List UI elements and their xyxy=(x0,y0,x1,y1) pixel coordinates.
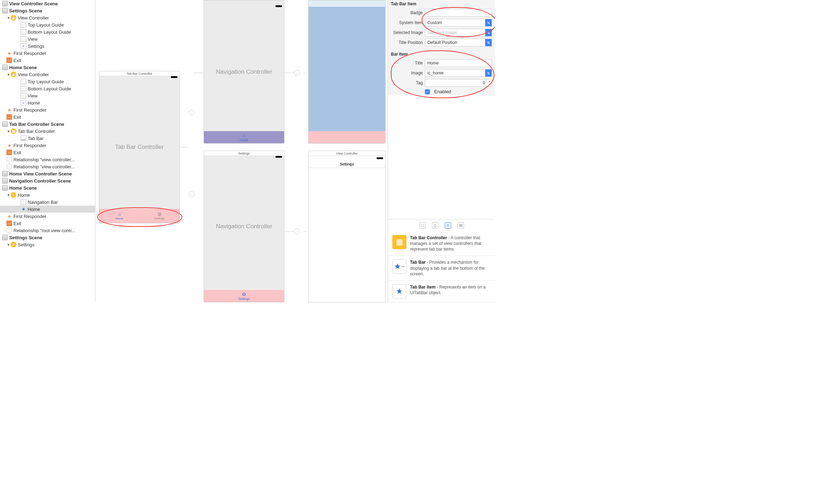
tree-item[interactable]: →Exit xyxy=(0,220,95,227)
disclosure-icon: ▼ xyxy=(6,193,11,197)
scene-header-homevc[interactable]: Home View Controller Scene xyxy=(0,170,95,177)
scene-label: Navigation Controller xyxy=(204,68,284,75)
library-item[interactable]: ▦ Tab Bar Controller - A controller that… xyxy=(388,231,495,256)
tree-item[interactable]: View xyxy=(0,35,95,43)
view-icon xyxy=(21,93,26,99)
scene-header-home[interactable]: Home Scene xyxy=(0,64,95,71)
segue-connector[interactable]: ⟋ xyxy=(189,191,194,197)
scene-header-settings2[interactable]: Settings Scene xyxy=(0,234,95,241)
tree-item[interactable]: Navigation Bar xyxy=(0,198,95,206)
checkbox-label: Enabled xyxy=(434,89,451,94)
scene-vc-home[interactable]: Home xyxy=(308,0,386,144)
label: View Controller xyxy=(18,15,49,21)
segue-connector[interactable]: ⟋ xyxy=(294,229,300,234)
tree-item[interactable]: ▼▦Tab Bar Controller xyxy=(0,128,95,135)
arrow-icon: → xyxy=(302,70,307,76)
tab-home[interactable]: ⌂Home xyxy=(99,209,139,223)
tree-item[interactable]: ▼<Home xyxy=(0,191,95,198)
value: ic_home xyxy=(427,71,443,75)
tab-bar[interactable]: ⌂Home ⚙Settings xyxy=(99,209,179,223)
title: Tab Bar xyxy=(410,260,426,265)
label: Relationship "view controller... xyxy=(13,157,75,162)
nav-icon: < xyxy=(11,192,16,198)
arrow-icon: → xyxy=(302,229,307,234)
segue-connector[interactable]: ⟋ xyxy=(294,70,300,76)
tree-item[interactable]: →Exit xyxy=(0,113,95,121)
scene-header-settings[interactable]: Settings Scene xyxy=(0,7,95,14)
enabled-checkbox[interactable]: ✓ xyxy=(425,89,430,94)
field-label: Badge xyxy=(391,10,423,15)
chevron-updown-icon: ⇅ xyxy=(485,19,492,26)
storyboard-canvas[interactable]: Tab Bar Controller Tab Bar Controller ⌂H… xyxy=(95,0,388,302)
library-item-text: Tab Bar Controller - A controller that m… xyxy=(410,235,491,252)
tree-item[interactable]: Relationship "view controller... xyxy=(0,156,95,163)
tree-item[interactable]: ▼◉View Controller xyxy=(0,71,95,78)
scene-header-nav[interactable]: Navigation Controller Scene xyxy=(0,177,95,184)
guide-icon xyxy=(21,79,26,84)
tree-item[interactable]: ▼<Settings xyxy=(0,241,95,248)
disclosure-icon: ▼ xyxy=(6,129,11,133)
tree-item[interactable]: ◈First Responder xyxy=(0,142,95,149)
scene-header-tabbar[interactable]: Tab Bar Controller Scene xyxy=(0,121,95,128)
library-tab-object[interactable]: ◎ xyxy=(445,222,451,229)
disclosure-icon: ▼ xyxy=(6,243,11,247)
library-item[interactable]: ★ Tab Bar Item - Represents an item on a… xyxy=(388,281,495,302)
scene-header-vc[interactable]: View Controller Scene xyxy=(0,0,95,7)
tree-item[interactable]: Tab Bar xyxy=(0,135,95,142)
segue-connector[interactable]: ⟋ xyxy=(189,110,194,116)
tree-item[interactable]: Bottom Layout Guide xyxy=(0,85,95,92)
library-tab-file[interactable]: ▢ xyxy=(419,222,426,229)
scene-icon xyxy=(2,8,8,13)
tree-item[interactable]: ◈First Responder xyxy=(0,106,95,113)
tree-item[interactable]: ◈First Responder xyxy=(0,50,95,57)
field-label: Tag xyxy=(391,80,423,85)
stepper-buttons[interactable]: ▴▾ xyxy=(487,79,492,86)
scene-nav-controller-top[interactable]: Navigation Controller ⌂Home xyxy=(204,0,284,144)
tag-stepper[interactable]: 0▴▾ xyxy=(425,79,492,87)
segue-icon xyxy=(6,164,12,169)
field-label: Image xyxy=(391,71,423,75)
title-position-select[interactable]: Default Position⇅ xyxy=(425,39,492,46)
tree-item[interactable]: Top Layout Guide xyxy=(0,78,95,85)
label: Exit xyxy=(13,150,21,155)
tree-item[interactable]: ◈First Responder xyxy=(0,213,95,220)
content-view xyxy=(309,7,385,131)
label: Home xyxy=(28,100,40,106)
tree-item[interactable]: Top Layout Guide xyxy=(0,21,95,28)
image-select[interactable]: ic_home⇅ xyxy=(425,69,492,77)
scene-icon xyxy=(2,1,8,6)
system-item-select[interactable]: Custom⇅ xyxy=(425,19,492,27)
badge-input[interactable] xyxy=(425,9,492,17)
library-tab-code[interactable]: {} xyxy=(432,222,438,229)
tree-item-selected[interactable]: ★Home xyxy=(0,206,95,213)
tree-item[interactable]: View xyxy=(0,92,95,99)
object-library[interactable]: ▦ Tab Bar Controller - A controller that… xyxy=(388,231,495,302)
scene-icon xyxy=(2,171,8,177)
scene-header-home2[interactable]: Home Scene xyxy=(0,184,95,191)
tree-item[interactable]: <Home xyxy=(0,99,95,106)
library-item-text: Tab Bar Item - Represents an item on a U… xyxy=(410,284,491,298)
library-tab-media[interactable]: ▤ xyxy=(458,222,464,229)
field-label: System Item xyxy=(391,20,423,25)
tree-item[interactable]: Relationship "view controller... xyxy=(0,163,95,170)
label: Settings Scene xyxy=(9,8,42,13)
document-outline[interactable]: View Controller Scene Settings Scene ▼◉V… xyxy=(0,0,95,302)
title-input[interactable]: Home xyxy=(425,59,492,67)
nav-icon: < xyxy=(11,242,16,247)
label: First Responder xyxy=(13,107,46,113)
tree-item[interactable]: <Settings xyxy=(0,43,95,50)
scene-vc-settings[interactable]: View Controller Settings xyxy=(308,151,386,302)
tree-item[interactable]: →Exit xyxy=(0,149,95,156)
scene-title: Settings xyxy=(204,151,284,156)
selected-image-select[interactable]: Selected Image⇅ xyxy=(425,29,492,37)
tab-settings[interactable]: ⚙Settings xyxy=(139,209,179,223)
scene-tabbar-controller[interactable]: Tab Bar Controller Tab Bar Controller ⌂H… xyxy=(99,71,180,223)
tree-item[interactable]: →Exit xyxy=(0,57,95,64)
tree-item[interactable]: Bottom Layout Guide xyxy=(0,28,95,35)
library-item[interactable]: ★••• Tab Bar - Provides a mechanism for … xyxy=(388,256,495,281)
label: Navigation Bar xyxy=(28,200,58,205)
tree-item[interactable]: Relationship "root view contr... xyxy=(0,227,95,234)
scene-nav-controller-bottom[interactable]: Settings Navigation Controller ⚙Settings xyxy=(204,151,284,302)
statusbar-icon xyxy=(171,76,177,78)
tree-item[interactable]: ▼◉View Controller xyxy=(0,14,95,21)
